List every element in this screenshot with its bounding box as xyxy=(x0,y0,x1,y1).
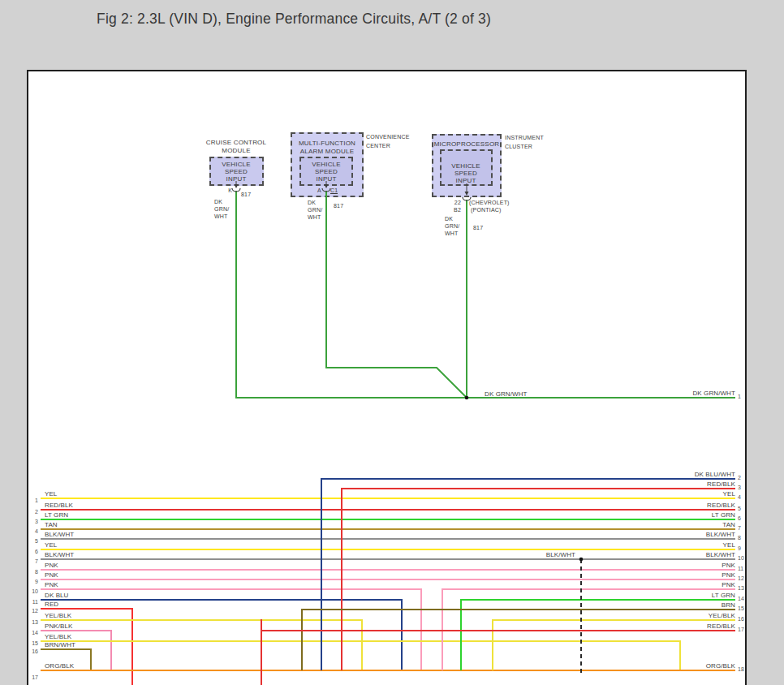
figure-title: Fig 2: 2.3L (VIN D), Engine Performance … xyxy=(97,11,491,28)
pin-label: 22 xyxy=(445,200,461,205)
row-number-right: 12 xyxy=(738,575,744,581)
row-number-right: 6 xyxy=(738,515,741,521)
wire-label-right: RED/BLK xyxy=(707,623,735,630)
wire-label-right: BRN xyxy=(722,601,735,609)
wire-label-right: DK BLU/WHT xyxy=(695,471,735,478)
pin-label: A xyxy=(317,187,321,193)
module-title: MICROPROCESSOR xyxy=(426,140,507,148)
box-text: INPUT xyxy=(196,175,277,183)
row-number-left: 16 xyxy=(24,648,38,654)
row-number-left: 10 xyxy=(24,588,38,594)
wire-color-label: WHT xyxy=(214,213,228,219)
wire-color-label: GRN/ xyxy=(214,206,229,212)
box-text: INPUT xyxy=(286,175,367,183)
row-number-right: 2 xyxy=(738,475,741,480)
wire-label-left: BRN/WHT xyxy=(45,641,75,648)
wire-label-right: BLK/WHT xyxy=(706,551,735,558)
diagram-sheet xyxy=(27,70,747,685)
row-number-left: 8 xyxy=(24,569,38,575)
row-number-right: 4 xyxy=(738,494,741,500)
row-number-left: 7 xyxy=(24,558,38,564)
wire-label-right: PNK xyxy=(722,571,735,579)
row-number-left: 9 xyxy=(24,579,38,584)
pin-label: B2 xyxy=(445,207,461,213)
box-text: SPEED xyxy=(286,168,367,175)
side-label: CENTER xyxy=(366,143,390,149)
wire-color-label: GRN/ xyxy=(445,223,459,229)
row-number-left: 2 xyxy=(24,509,38,515)
wire-label-left: YEL xyxy=(45,490,57,498)
row-number-right: 1 xyxy=(738,394,741,399)
row-number-left: 13 xyxy=(24,619,38,625)
row-number-right: 5 xyxy=(738,506,741,511)
box-text: SPEED xyxy=(425,170,506,177)
wire-label-right: TAN xyxy=(722,521,735,528)
module-title: MULTI-FUNCTION xyxy=(286,140,368,147)
row-number-left: 15 xyxy=(24,640,38,646)
wire-label-left: RED xyxy=(45,601,58,608)
side-label: CLUSTER xyxy=(505,144,532,149)
row-number-right: 7 xyxy=(738,525,741,531)
row-number-right: 18 xyxy=(738,666,744,672)
wire-color-label: WHT xyxy=(308,214,321,220)
box-text: VEHICLE xyxy=(425,162,506,170)
module-title: MODULE xyxy=(196,147,277,154)
wire-color-label: DK xyxy=(308,200,316,205)
box-text: VEHICLE xyxy=(196,161,277,168)
wire-label-left: PNK/BLK xyxy=(45,623,73,630)
wire-label-left: BLK/WHT xyxy=(45,531,74,538)
connector-label: C1 xyxy=(330,187,338,194)
row-number-right: 15 xyxy=(738,605,744,611)
wire-label-right: LT GRN xyxy=(712,511,735,519)
row-number-right: 16 xyxy=(738,616,744,622)
row-number-left: 4 xyxy=(24,528,38,534)
row-number-right: 17 xyxy=(738,627,744,632)
side-label: INSTRUMENT xyxy=(505,135,544,140)
row-number-right: 14 xyxy=(738,596,744,601)
wire-label-left: PNK xyxy=(45,571,58,579)
row-number-left: 17 xyxy=(24,674,38,680)
wire-label-right: PNK xyxy=(722,562,735,569)
wire-label-left: YEL/BLK xyxy=(45,633,71,640)
wire-label-mid: DK GRN/WHT xyxy=(485,390,528,398)
row-number-right: 3 xyxy=(738,485,741,490)
wiring-diagram-page: Fig 2: 2.3L (VIN D), Engine Performance … xyxy=(0,0,784,685)
wire-color-label: WHT xyxy=(445,230,459,236)
wire-color-label: DK xyxy=(214,199,222,205)
wire-label-right: ORG/BLK xyxy=(706,662,735,670)
wire-label-right: RED/BLK xyxy=(707,502,735,509)
row-number-right: 11 xyxy=(738,566,743,571)
wire-label-left: RED/BLK xyxy=(45,502,73,509)
wire-label-right: YEL xyxy=(723,490,735,498)
row-number-left: 3 xyxy=(24,519,38,524)
wire-label-right: BLK/WHT xyxy=(706,531,735,538)
wire-label-left: TAN xyxy=(45,521,58,528)
circuit-number: 817 xyxy=(473,225,483,230)
row-number-right: 13 xyxy=(738,585,744,591)
wire-color-label: GRN/ xyxy=(308,207,322,213)
row-number-right: 8 xyxy=(738,535,741,541)
wire-label-left: PNK xyxy=(45,581,58,588)
wire-label-right: RED/BLK xyxy=(707,480,735,488)
wire-label-left: YEL xyxy=(45,541,57,549)
wire-color-label: DK xyxy=(445,216,453,222)
wire-label-right: PNK xyxy=(722,581,735,588)
wire-label-left: YEL/BLK xyxy=(45,612,71,619)
module-title: CRUISE CONTROL xyxy=(196,139,277,146)
box-text: VEHICLE xyxy=(286,161,367,168)
pin-note: (CHEVROLET) xyxy=(469,200,510,205)
row-number-right: 10 xyxy=(738,555,744,561)
side-label: CONVENIENCE xyxy=(366,134,410,140)
wire-label-right: YEL/BLK xyxy=(709,612,735,619)
wire-label-right: LT GRN xyxy=(712,592,735,599)
row-number-right: 9 xyxy=(738,545,741,551)
row-number-left: 5 xyxy=(24,538,38,544)
wire-label-left: LT GRN xyxy=(45,511,68,519)
wire-label-left: DK BLU xyxy=(45,592,69,599)
wire-label-left: PNK xyxy=(45,562,58,569)
box-text: SPEED xyxy=(196,168,277,175)
row-number-left: 11 xyxy=(24,599,38,605)
box-text: INPUT xyxy=(425,177,506,184)
circuit-number: 817 xyxy=(241,192,251,197)
wire-label-right: DK GRN/WHT xyxy=(692,390,735,397)
